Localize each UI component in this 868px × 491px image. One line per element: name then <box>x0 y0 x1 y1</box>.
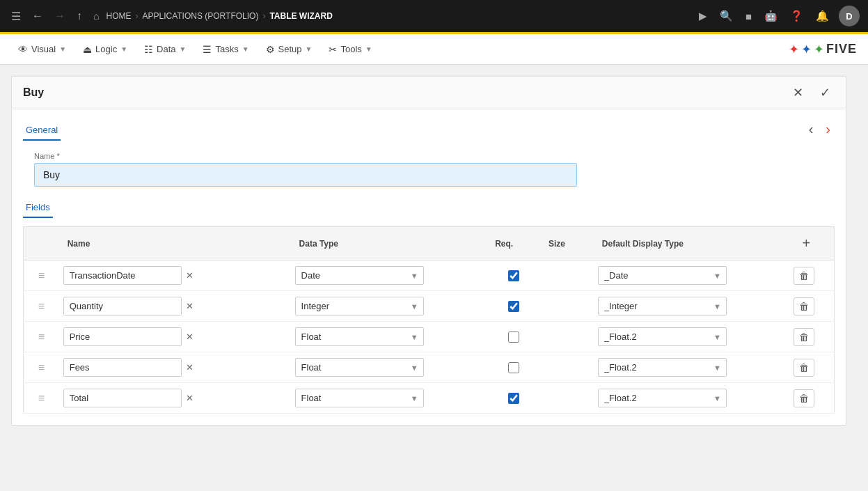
table-row: ≡ ✕ DateIntegerFloatStringBooleanDateTim… <box>24 352 835 383</box>
menu-data[interactable]: ☷ Data ▼ <box>137 40 193 59</box>
breadcrumb-home[interactable]: HOME <box>106 11 131 21</box>
tab-general[interactable]: General <box>23 120 61 141</box>
data-icon: ☷ <box>144 44 153 55</box>
forward-icon[interactable]: → <box>52 7 68 25</box>
clear-name-icon[interactable]: ✕ <box>184 393 195 403</box>
play-icon[interactable]: ▶ <box>696 7 710 25</box>
setup-icon: ⚙ <box>266 44 275 55</box>
col-datatype-header: Data Type <box>291 227 487 260</box>
datatype-select[interactable]: DateIntegerFloatStringBooleanDateTime <box>295 327 424 346</box>
logic-icon: ⏏ <box>83 44 92 55</box>
confirm-button[interactable]: ✓ <box>816 84 835 102</box>
display-type-select-wrap: _Date_Integer_Float.2_Float_Float.4_Stri… <box>598 389 727 407</box>
drag-handle-icon[interactable]: ≡ <box>38 392 45 404</box>
field-name-input[interactable] <box>63 358 182 377</box>
add-row-button[interactable]: + <box>798 234 814 253</box>
panel-header: Buy ✕ ✓ <box>12 77 846 109</box>
delete-row-button[interactable]: 🗑 <box>794 389 814 407</box>
field-name-input[interactable] <box>63 327 182 346</box>
datatype-select[interactable]: DateIntegerFloatStringBooleanDateTime <box>295 297 424 315</box>
display-type-select[interactable]: _Date_Integer_Float.2_Float_Float.4_Stri… <box>598 297 727 315</box>
prev-arrow-icon[interactable]: ‹ <box>805 118 818 140</box>
clear-name-icon[interactable]: ✕ <box>184 362 195 373</box>
breadcrumb-portfolio[interactable]: APPLICATIONS (PORTFOLIO) <box>142 11 258 21</box>
display-type-select[interactable]: _Date_Integer_Float.2_Float_Float.4_Stri… <box>598 266 727 285</box>
req-checkbox-wrap <box>491 301 536 312</box>
stop-icon[interactable]: ■ <box>743 8 755 25</box>
drag-handle-icon[interactable]: ≡ <box>38 270 45 281</box>
avatar[interactable]: D <box>839 6 860 26</box>
menu-setup[interactable]: ⚙ Setup ▼ <box>259 40 319 59</box>
search-icon[interactable]: 🔍 <box>717 7 736 25</box>
name-section: Name * <box>12 141 846 198</box>
field-name-input[interactable] <box>63 389 182 407</box>
menu-data-label: Data <box>157 44 175 54</box>
back-icon[interactable]: ← <box>29 7 46 25</box>
menu-tools[interactable]: ✂ Tools ▼ <box>322 40 379 59</box>
delete-row-button[interactable]: 🗑 <box>794 328 814 346</box>
drag-handle-icon[interactable]: ≡ <box>38 361 45 373</box>
menu-visual-label: Visual <box>31 44 56 54</box>
menu-tasks-label: Tasks <box>215 44 238 54</box>
datatype-select[interactable]: DateIntegerFloatStringBooleanDateTime <box>295 389 424 407</box>
menu-bar: 👁 Visual ▼ ⏏ Logic ▼ ☷ Data ▼ ☰ Tasks ▼ … <box>0 34 868 65</box>
add-field-button[interactable]: + <box>789 227 834 260</box>
help-icon[interactable]: ❓ <box>787 7 806 25</box>
top-nav-right: ▶ 🔍 ■ 🤖 ❓ 🔔 D <box>696 6 860 26</box>
display-type-select[interactable]: _Date_Integer_Float.2_Float_Float.4_Stri… <box>598 389 727 407</box>
delete-icon: 🗑 <box>799 301 809 312</box>
req-checkbox[interactable] <box>508 270 519 281</box>
name-input[interactable] <box>34 163 577 187</box>
table-row: ≡ ✕ DateIntegerFloatStringBooleanDateTim… <box>24 260 835 291</box>
datatype-select[interactable]: DateIntegerFloatStringBooleanDateTime <box>295 358 424 377</box>
drag-handle-icon[interactable]: ≡ <box>38 300 45 312</box>
req-checkbox-wrap <box>491 270 536 281</box>
field-name-input[interactable] <box>63 297 182 315</box>
req-checkbox[interactable] <box>508 362 519 373</box>
hamburger-menu-icon[interactable]: ☰ <box>8 7 24 26</box>
name-field-wrap: ✕ <box>63 297 287 315</box>
req-checkbox[interactable] <box>508 301 519 312</box>
close-button[interactable]: ✕ <box>789 84 807 102</box>
main-panel: Buy ✕ ✓ General ‹ › Name * <box>11 76 846 426</box>
next-arrow-icon[interactable]: › <box>821 118 835 140</box>
fields-table: Name Data Type Req. Size Default Display… <box>23 226 835 414</box>
datatype-select[interactable]: DateIntegerFloatStringBooleanDateTime <box>295 266 424 285</box>
col-size-header: Size <box>540 227 594 260</box>
menu-logic[interactable]: ⏏ Logic ▼ <box>76 40 134 59</box>
display-type-select[interactable]: _Date_Integer_Float.2_Float_Float.4_Stri… <box>598 327 727 346</box>
delete-row-button[interactable]: 🗑 <box>794 267 814 285</box>
menu-tools-label: Tools <box>340 44 361 54</box>
content-area: Buy ✕ ✓ General ‹ › Name * <box>0 65 868 491</box>
datatype-select-wrap: DateIntegerFloatStringBooleanDateTime ▼ <box>295 297 424 315</box>
name-field-container: Name * <box>34 152 577 187</box>
req-checkbox[interactable] <box>508 332 519 343</box>
delete-row-button[interactable]: 🗑 <box>794 297 814 315</box>
logo-label: FIVE <box>826 42 857 56</box>
drag-handle-icon[interactable]: ≡ <box>38 331 45 343</box>
tab-fields[interactable]: Fields <box>23 198 53 218</box>
bell-icon[interactable]: 🔔 <box>813 7 832 25</box>
delete-row-button[interactable]: 🗑 <box>794 359 814 377</box>
req-checkbox[interactable] <box>508 393 519 404</box>
menu-tasks[interactable]: ☰ Tasks ▼ <box>196 40 255 59</box>
clear-name-icon[interactable]: ✕ <box>184 301 195 311</box>
breadcrumb-table-wizard[interactable]: TABLE WIZARD <box>269 11 332 21</box>
delete-icon: 🗑 <box>799 270 809 281</box>
menu-items: 👁 Visual ▼ ⏏ Logic ▼ ☷ Data ▼ ☰ Tasks ▼ … <box>11 40 379 59</box>
display-type-select-wrap: _Date_Integer_Float.2_Float_Float.4_Stri… <box>598 327 727 346</box>
up-icon[interactable]: ↑ <box>74 7 85 25</box>
req-checkbox-wrap <box>491 362 536 373</box>
field-name-input[interactable] <box>63 266 182 285</box>
home-icon: ⌂ <box>90 8 102 24</box>
req-checkbox-wrap <box>491 393 536 404</box>
clear-name-icon[interactable]: ✕ <box>184 270 195 281</box>
menu-visual[interactable]: 👁 Visual ▼ <box>11 40 73 59</box>
robot-icon[interactable]: 🤖 <box>762 7 780 25</box>
visual-chevron: ▼ <box>59 45 66 53</box>
display-type-select[interactable]: _Date_Integer_Float.2_Float_Float.4_Stri… <box>598 358 727 377</box>
delete-icon: 🗑 <box>799 393 809 404</box>
fields-section: Fields Name Data Type Req. Size Default … <box>12 198 846 425</box>
clear-name-icon[interactable]: ✕ <box>184 332 195 342</box>
data-chevron: ▼ <box>180 45 187 53</box>
